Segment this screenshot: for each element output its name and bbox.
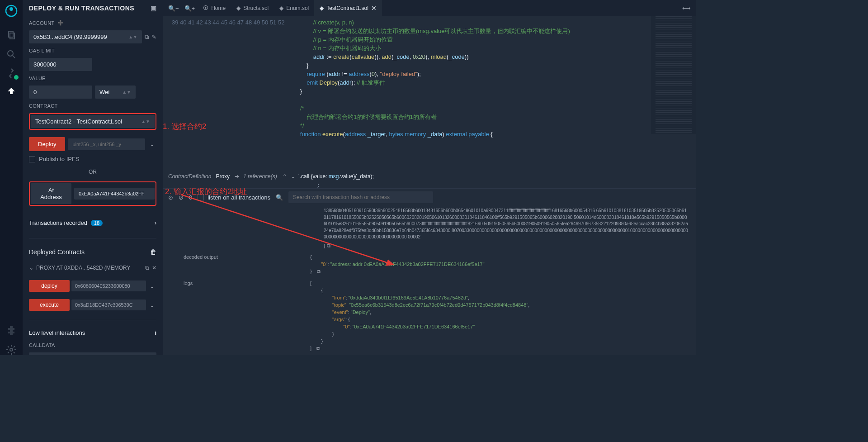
fn-execute-input[interactable]	[71, 299, 146, 310]
logs-value: [ { "from": "0xddaAd340b0f1Ef65169Ae5E41…	[310, 280, 689, 352]
svg-rect-2	[9, 31, 13, 37]
fn-deploy-button[interactable]: deploy	[29, 280, 70, 292]
minimap[interactable]	[651, 16, 696, 134]
terminal-bar: ⊘ ⊘ 0 listen on all transactions 🔍	[163, 188, 696, 206]
trash-icon[interactable]: 🗑	[150, 248, 156, 256]
calldata-input[interactable]	[29, 352, 156, 355]
deploy-panel: DEPLOY & RUN TRANSACTIONS ▣ ACCOUNT ➕ 0x…	[23, 0, 163, 355]
panel-collapse-icon[interactable]: ▣	[151, 5, 157, 12]
zoom-in-icon[interactable]: 🔍+	[182, 5, 198, 12]
chevron-up-icon[interactable]: ⌃	[282, 173, 286, 180]
deploy-icon[interactable]	[6, 87, 17, 98]
listen-checkbox[interactable]	[198, 194, 204, 200]
search-icon[interactable]: 🔍	[276, 194, 283, 201]
tx-count-badge: 18	[91, 220, 103, 226]
close-tab-icon[interactable]: ✕	[371, 5, 377, 12]
remix-logo-icon[interactable]	[4, 4, 19, 18]
fullscreen-icon[interactable]: ⟷	[679, 5, 693, 12]
svg-rect-3	[10, 33, 14, 39]
arrow-right-icon[interactable]: ➜	[234, 173, 239, 180]
tab-structs[interactable]: ◆ Structs.sol	[231, 0, 274, 16]
files-icon[interactable]	[6, 30, 17, 41]
tx-recorded-row[interactable]: Transactions recorded 18 ›	[29, 215, 156, 231]
logs-label: logs	[170, 280, 301, 352]
search-icon[interactable]	[6, 49, 17, 60]
gas-limit-input[interactable]	[29, 58, 92, 71]
tab-testcontract1[interactable]: ◆ TestContract1.sol ✕	[314, 0, 382, 16]
gas-label: GAS LIMIT	[29, 48, 156, 53]
pending-tx-count: 0	[189, 194, 192, 201]
deploy-button[interactable]: Deploy	[29, 137, 65, 151]
account-label: ACCOUNT ➕	[29, 20, 156, 26]
publish-ipfs-row[interactable]: Publish to IPFS	[29, 156, 156, 162]
editor-topbar: 🔍− 🔍+ ⦿ Home ◆ Structs.sol ◆ Enum.sol ◆ …	[163, 0, 696, 16]
home-icon: ⦿	[203, 5, 208, 11]
copy-icon[interactable]: ⧉	[327, 243, 330, 248]
left-iconbar	[0, 0, 23, 355]
deployed-contracts-header: Deployed Contracts 🗑	[29, 246, 156, 258]
solidity-icon: ◆	[236, 5, 241, 11]
main-area: 🔍− 🔍+ ⦿ Home ◆ Structs.sol ◆ Enum.sol ◆ …	[163, 0, 696, 355]
edit-account-icon[interactable]: ✎	[151, 33, 156, 40]
tab-home[interactable]: ⦿ Home	[198, 0, 231, 16]
compiler-icon[interactable]	[6, 68, 17, 79]
zoom-out-icon[interactable]: 🔍−	[165, 5, 182, 12]
settings-icon[interactable]	[6, 344, 17, 355]
panel-header: DEPLOY & RUN TRANSACTIONS ▣	[23, 0, 163, 16]
copy-icon[interactable]: ⧉	[145, 265, 149, 271]
deploy-args-input[interactable]	[68, 138, 145, 150]
at-address-input[interactable]	[74, 188, 155, 200]
line-gutter: 39 40 41 42 43 44 45 46 47 48 49 50 51 5…	[163, 16, 290, 171]
add-account-icon[interactable]: ➕	[57, 20, 64, 26]
svg-point-4	[8, 51, 13, 56]
publish-checkbox[interactable]	[29, 156, 35, 162]
terminal-toggle-icon[interactable]: ⊘	[168, 194, 173, 201]
or-separator: OR	[29, 169, 156, 175]
tx-search-input[interactable]	[288, 191, 433, 203]
solidity-icon: ◆	[279, 5, 283, 11]
at-address-button[interactable]: At Address	[31, 183, 71, 204]
deployed-contract-item[interactable]: ⌄ PROXY AT 0XDDA...5482D (MEMORY ⧉ ✕	[29, 263, 156, 273]
expand-icon[interactable]: ⌄	[148, 283, 156, 290]
info-icon[interactable]: i	[155, 329, 156, 336]
solidity-icon: ◆	[320, 5, 324, 11]
contract-select[interactable]: TestContract2 - TestContract1.sol▲▼	[31, 115, 155, 128]
low-level-header: Low level interactions i	[29, 328, 156, 338]
value-amount-input[interactable]	[29, 86, 92, 99]
code-editor[interactable]: 39 40 41 42 43 44 45 46 47 48 49 50 51 5…	[163, 16, 696, 171]
calldata-label: CALLDATA	[29, 342, 156, 348]
fn-execute-button[interactable]: execute	[29, 299, 70, 311]
value-label: VALUE	[29, 76, 156, 81]
fn-deploy-input[interactable]	[71, 280, 146, 291]
expand-icon[interactable]: ⌄	[148, 302, 156, 309]
plugin-icon[interactable]	[6, 325, 17, 336]
close-icon[interactable]: ✕	[152, 265, 156, 271]
chevron-down-icon[interactable]: ⌄	[291, 173, 295, 180]
input-blob: 138568b0405160910590f36b600254816568b600…	[170, 208, 689, 241]
decoded-output-label: decoded output	[170, 254, 301, 276]
svg-line-5	[13, 56, 15, 58]
account-select[interactable]: 0x5B3...eddC4 (99.9999999▲▼	[29, 30, 142, 43]
code-breadcrumb: ContractDefinition Proxy ➜ 1 reference(s…	[163, 171, 696, 181]
copy-account-icon[interactable]: ⧉	[145, 33, 149, 41]
panel-title: DEPLOY & RUN TRANSACTIONS	[29, 5, 134, 12]
tab-enum[interactable]: ◆ Enum.sol	[274, 0, 314, 16]
terminal-output[interactable]: 138568b0405160910590f36b600254816568b600…	[163, 206, 696, 355]
svg-point-6	[10, 348, 13, 351]
chevron-down-icon[interactable]: ⌄	[29, 265, 33, 271]
contract-label: CONTRACT	[29, 103, 156, 109]
copy-icon[interactable]: ⧉	[316, 346, 320, 351]
code-content[interactable]: // create(v, p, n) // v = 部署合约发送的以太坊主币的数…	[290, 16, 696, 171]
copy-icon[interactable]: ⧉	[317, 269, 321, 274]
deploy-expand-icon[interactable]: ⌄	[148, 141, 156, 147]
chevron-right-icon: ›	[155, 219, 156, 226]
value-unit-select[interactable]: Wei▲▼	[95, 86, 136, 99]
decoded-output-value: { "0": "address: addr 0xEA0aA741F44342b3…	[310, 254, 689, 276]
clear-icon[interactable]: ⊘	[179, 194, 184, 201]
svg-point-1	[9, 7, 13, 11]
